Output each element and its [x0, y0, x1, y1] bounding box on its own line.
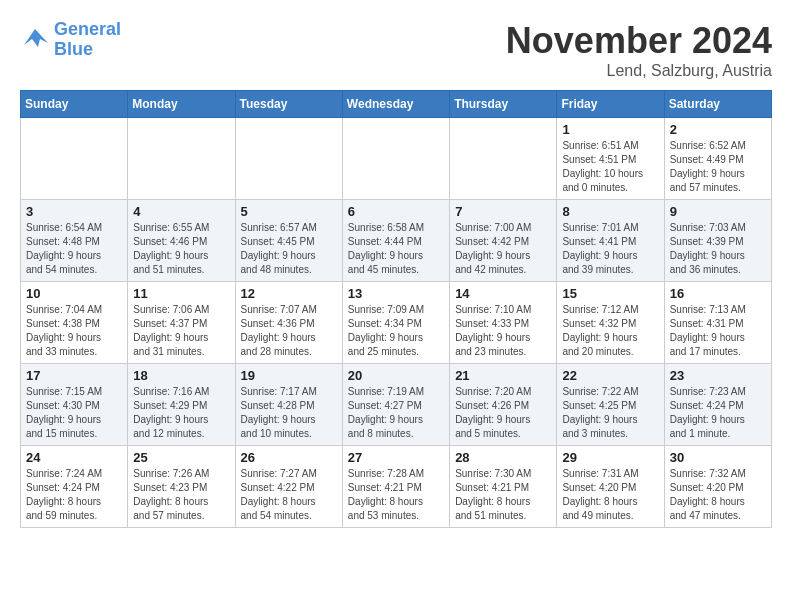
- calendar-cell: 10Sunrise: 7:04 AM Sunset: 4:38 PM Dayli…: [21, 282, 128, 364]
- day-info: Sunrise: 7:15 AM Sunset: 4:30 PM Dayligh…: [26, 385, 122, 441]
- day-info: Sunrise: 6:51 AM Sunset: 4:51 PM Dayligh…: [562, 139, 658, 195]
- day-info: Sunrise: 7:27 AM Sunset: 4:22 PM Dayligh…: [241, 467, 337, 523]
- calendar-cell: 25Sunrise: 7:26 AM Sunset: 4:23 PM Dayli…: [128, 446, 235, 528]
- day-number: 10: [26, 286, 122, 301]
- day-number: 28: [455, 450, 551, 465]
- day-info: Sunrise: 7:20 AM Sunset: 4:26 PM Dayligh…: [455, 385, 551, 441]
- calendar-header-row: SundayMondayTuesdayWednesdayThursdayFrid…: [21, 91, 772, 118]
- day-info: Sunrise: 7:28 AM Sunset: 4:21 PM Dayligh…: [348, 467, 444, 523]
- calendar-cell: 17Sunrise: 7:15 AM Sunset: 4:30 PM Dayli…: [21, 364, 128, 446]
- day-number: 1: [562, 122, 658, 137]
- day-info: Sunrise: 7:30 AM Sunset: 4:21 PM Dayligh…: [455, 467, 551, 523]
- day-number: 13: [348, 286, 444, 301]
- day-number: 26: [241, 450, 337, 465]
- day-number: 16: [670, 286, 766, 301]
- calendar-cell: 18Sunrise: 7:16 AM Sunset: 4:29 PM Dayli…: [128, 364, 235, 446]
- logo-line1: General: [54, 19, 121, 39]
- day-info: Sunrise: 7:12 AM Sunset: 4:32 PM Dayligh…: [562, 303, 658, 359]
- day-info: Sunrise: 7:13 AM Sunset: 4:31 PM Dayligh…: [670, 303, 766, 359]
- day-info: Sunrise: 7:17 AM Sunset: 4:28 PM Dayligh…: [241, 385, 337, 441]
- weekday-header-thursday: Thursday: [450, 91, 557, 118]
- day-info: Sunrise: 6:58 AM Sunset: 4:44 PM Dayligh…: [348, 221, 444, 277]
- calendar-cell: 19Sunrise: 7:17 AM Sunset: 4:28 PM Dayli…: [235, 364, 342, 446]
- weekday-header-friday: Friday: [557, 91, 664, 118]
- day-info: Sunrise: 7:22 AM Sunset: 4:25 PM Dayligh…: [562, 385, 658, 441]
- day-info: Sunrise: 7:23 AM Sunset: 4:24 PM Dayligh…: [670, 385, 766, 441]
- logo-icon: [20, 25, 50, 55]
- weekday-header-tuesday: Tuesday: [235, 91, 342, 118]
- calendar-cell: [128, 118, 235, 200]
- day-number: 24: [26, 450, 122, 465]
- day-number: 4: [133, 204, 229, 219]
- calendar-cell: 12Sunrise: 7:07 AM Sunset: 4:36 PM Dayli…: [235, 282, 342, 364]
- calendar-cell: 24Sunrise: 7:24 AM Sunset: 4:24 PM Dayli…: [21, 446, 128, 528]
- day-number: 6: [348, 204, 444, 219]
- day-info: Sunrise: 7:16 AM Sunset: 4:29 PM Dayligh…: [133, 385, 229, 441]
- calendar-cell: 2Sunrise: 6:52 AM Sunset: 4:49 PM Daylig…: [664, 118, 771, 200]
- calendar-cell: 15Sunrise: 7:12 AM Sunset: 4:32 PM Dayli…: [557, 282, 664, 364]
- day-info: Sunrise: 7:00 AM Sunset: 4:42 PM Dayligh…: [455, 221, 551, 277]
- day-info: Sunrise: 6:52 AM Sunset: 4:49 PM Dayligh…: [670, 139, 766, 195]
- day-number: 20: [348, 368, 444, 383]
- day-number: 12: [241, 286, 337, 301]
- weekday-header-wednesday: Wednesday: [342, 91, 449, 118]
- logo: General Blue: [20, 20, 121, 60]
- weekday-header-monday: Monday: [128, 91, 235, 118]
- weekday-header-saturday: Saturday: [664, 91, 771, 118]
- day-info: Sunrise: 7:04 AM Sunset: 4:38 PM Dayligh…: [26, 303, 122, 359]
- calendar-week-3: 10Sunrise: 7:04 AM Sunset: 4:38 PM Dayli…: [21, 282, 772, 364]
- calendar-cell: 5Sunrise: 6:57 AM Sunset: 4:45 PM Daylig…: [235, 200, 342, 282]
- day-number: 22: [562, 368, 658, 383]
- day-info: Sunrise: 7:06 AM Sunset: 4:37 PM Dayligh…: [133, 303, 229, 359]
- calendar-cell: 14Sunrise: 7:10 AM Sunset: 4:33 PM Dayli…: [450, 282, 557, 364]
- day-info: Sunrise: 7:24 AM Sunset: 4:24 PM Dayligh…: [26, 467, 122, 523]
- calendar-cell: 22Sunrise: 7:22 AM Sunset: 4:25 PM Dayli…: [557, 364, 664, 446]
- logo-line2: Blue: [54, 39, 93, 59]
- calendar-cell: 3Sunrise: 6:54 AM Sunset: 4:48 PM Daylig…: [21, 200, 128, 282]
- calendar-cell: 28Sunrise: 7:30 AM Sunset: 4:21 PM Dayli…: [450, 446, 557, 528]
- calendar-cell: [21, 118, 128, 200]
- day-number: 17: [26, 368, 122, 383]
- day-info: Sunrise: 6:54 AM Sunset: 4:48 PM Dayligh…: [26, 221, 122, 277]
- calendar-cell: 7Sunrise: 7:00 AM Sunset: 4:42 PM Daylig…: [450, 200, 557, 282]
- day-number: 2: [670, 122, 766, 137]
- calendar-week-2: 3Sunrise: 6:54 AM Sunset: 4:48 PM Daylig…: [21, 200, 772, 282]
- calendar-week-1: 1Sunrise: 6:51 AM Sunset: 4:51 PM Daylig…: [21, 118, 772, 200]
- day-number: 19: [241, 368, 337, 383]
- calendar-cell: 1Sunrise: 6:51 AM Sunset: 4:51 PM Daylig…: [557, 118, 664, 200]
- calendar-cell: 27Sunrise: 7:28 AM Sunset: 4:21 PM Dayli…: [342, 446, 449, 528]
- svg-marker-0: [24, 29, 48, 47]
- day-number: 15: [562, 286, 658, 301]
- day-number: 30: [670, 450, 766, 465]
- day-number: 5: [241, 204, 337, 219]
- calendar-cell: 16Sunrise: 7:13 AM Sunset: 4:31 PM Dayli…: [664, 282, 771, 364]
- calendar-cell: 30Sunrise: 7:32 AM Sunset: 4:20 PM Dayli…: [664, 446, 771, 528]
- day-number: 25: [133, 450, 229, 465]
- calendar-week-5: 24Sunrise: 7:24 AM Sunset: 4:24 PM Dayli…: [21, 446, 772, 528]
- day-info: Sunrise: 7:32 AM Sunset: 4:20 PM Dayligh…: [670, 467, 766, 523]
- day-info: Sunrise: 7:09 AM Sunset: 4:34 PM Dayligh…: [348, 303, 444, 359]
- day-number: 3: [26, 204, 122, 219]
- calendar-week-4: 17Sunrise: 7:15 AM Sunset: 4:30 PM Dayli…: [21, 364, 772, 446]
- location-text: Lend, Salzburg, Austria: [506, 62, 772, 80]
- day-info: Sunrise: 7:01 AM Sunset: 4:41 PM Dayligh…: [562, 221, 658, 277]
- calendar-cell: 4Sunrise: 6:55 AM Sunset: 4:46 PM Daylig…: [128, 200, 235, 282]
- calendar-cell: [342, 118, 449, 200]
- weekday-header-sunday: Sunday: [21, 91, 128, 118]
- day-number: 8: [562, 204, 658, 219]
- calendar-cell: [450, 118, 557, 200]
- day-number: 27: [348, 450, 444, 465]
- day-info: Sunrise: 6:57 AM Sunset: 4:45 PM Dayligh…: [241, 221, 337, 277]
- day-info: Sunrise: 6:55 AM Sunset: 4:46 PM Dayligh…: [133, 221, 229, 277]
- day-number: 9: [670, 204, 766, 219]
- day-info: Sunrise: 7:03 AM Sunset: 4:39 PM Dayligh…: [670, 221, 766, 277]
- day-info: Sunrise: 7:10 AM Sunset: 4:33 PM Dayligh…: [455, 303, 551, 359]
- day-number: 18: [133, 368, 229, 383]
- calendar-cell: 6Sunrise: 6:58 AM Sunset: 4:44 PM Daylig…: [342, 200, 449, 282]
- calendar-cell: 13Sunrise: 7:09 AM Sunset: 4:34 PM Dayli…: [342, 282, 449, 364]
- day-number: 23: [670, 368, 766, 383]
- month-title: November 2024: [506, 20, 772, 62]
- logo-text: General Blue: [54, 20, 121, 60]
- calendar-cell: [235, 118, 342, 200]
- calendar-cell: 26Sunrise: 7:27 AM Sunset: 4:22 PM Dayli…: [235, 446, 342, 528]
